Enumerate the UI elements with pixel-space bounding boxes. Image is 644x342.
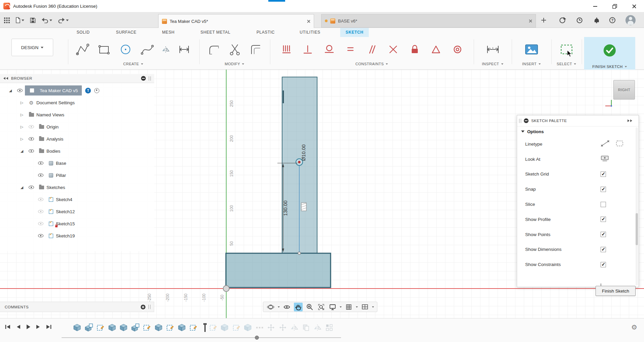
rectangle-icon[interactable] — [97, 42, 111, 56]
view-cube[interactable]: RIGHT — [613, 80, 635, 100]
zoom-icon[interactable] — [305, 303, 314, 311]
snap-checkbox[interactable] — [601, 187, 606, 192]
visibility-eye-icon[interactable] — [36, 174, 46, 177]
timeline-feature-pattern[interactable] — [325, 323, 333, 332]
document-tab-base[interactable]: BASE v6* — [321, 14, 536, 28]
browser-row-sketch19[interactable]: Sketch19 — [0, 230, 154, 242]
concentric-icon[interactable] — [452, 44, 463, 55]
fillet-icon[interactable] — [207, 42, 221, 56]
trim-icon[interactable] — [228, 42, 242, 56]
browser-row-sketch15[interactable]: Sketch15 — [0, 218, 154, 230]
expander-open-icon[interactable]: ◢ — [18, 185, 26, 190]
circle-icon[interactable] — [118, 42, 133, 56]
timeline-feature-extrude[interactable] — [73, 323, 81, 332]
timeline-zoom-track[interactable] — [62, 337, 341, 338]
ribbon-tab-sheet-metal[interactable]: SHEET METAL — [201, 28, 231, 37]
sketch-palette-header[interactable]: SKETCH PALETTE — [517, 115, 639, 126]
visibility-eye-off-icon[interactable] — [36, 198, 46, 201]
mirror-icon[interactable] — [162, 45, 170, 53]
selected-highlight[interactable]: Tea Maker CAD v5 — [25, 85, 82, 96]
timeline-settings-gear-icon[interactable]: ⚙ — [631, 324, 637, 331]
sketch-grid-checkbox[interactable] — [601, 172, 606, 177]
grid-settings-icon[interactable] — [344, 303, 353, 311]
comments-bar[interactable]: COMMENTS — [0, 302, 154, 312]
parallel-icon[interactable] — [366, 44, 378, 55]
browser-row-tea-maker-cad-v5[interactable]: ◢Tea Maker CAD v5T — [0, 84, 154, 97]
group-dropdown-finish-sketch[interactable]: FINISH SKETCH — [584, 64, 635, 70]
ribbon-tab-solid[interactable]: SOLID — [76, 28, 90, 37]
timeline-feature-extrude[interactable] — [155, 323, 163, 332]
timeline-feature-move[interactable] — [279, 323, 287, 332]
ribbon-tab-surface[interactable]: SURFACE — [116, 28, 137, 37]
construction-linetype-icon[interactable] — [601, 140, 610, 148]
timeline-feature-dots[interactable] — [256, 323, 264, 332]
app-grid-icon[interactable] — [4, 17, 10, 23]
expander-open-icon[interactable]: ◢ — [18, 149, 26, 153]
history-button[interactable] — [574, 12, 584, 28]
viewports-icon[interactable] — [361, 303, 369, 311]
insert-image-icon[interactable] — [524, 43, 539, 55]
visibility-eye-off-icon[interactable] — [26, 125, 36, 128]
sketch-endpoint[interactable] — [298, 252, 301, 255]
spline-icon[interactable] — [140, 42, 154, 56]
timeline-playhead[interactable] — [201, 323, 209, 332]
horizontal-vertical-icon[interactable] — [281, 44, 292, 55]
add-comment-icon[interactable] — [141, 305, 145, 309]
activate-component-icon[interactable] — [94, 88, 99, 93]
visibility-eye-off-icon[interactable] — [36, 222, 46, 225]
perpendicular-icon[interactable] — [387, 44, 399, 55]
expander-closed-icon[interactable]: ▷ — [18, 101, 26, 105]
browser-row-bodies[interactable]: ◢Bodies — [0, 145, 154, 157]
notifications-button[interactable] — [591, 12, 602, 28]
caret-down-icon[interactable] — [372, 306, 374, 308]
document-tab-tea-maker[interactable]: Tea Maker CAD v5* — [158, 14, 314, 28]
group-dropdown-insert[interactable]: INSERT — [512, 61, 551, 67]
browser-row-pillar[interactable]: Pillar — [0, 169, 154, 181]
equal-icon[interactable] — [345, 44, 356, 55]
timeline-feature-extrude[interactable] — [108, 323, 116, 332]
tangent-icon[interactable] — [324, 44, 335, 55]
pan-icon[interactable] — [294, 303, 303, 311]
expander-open-icon[interactable]: ◢ — [6, 88, 15, 93]
visibility-eye-icon[interactable] — [26, 149, 36, 153]
visibility-eye-icon[interactable] — [15, 89, 25, 92]
minimize-button[interactable] — [585, 0, 605, 12]
visibility-eye-icon[interactable] — [26, 186, 36, 189]
selected-point[interactable] — [298, 161, 300, 163]
group-dropdown-select[interactable]: SELECT — [552, 61, 581, 67]
timeline-feature-sketch[interactable] — [143, 323, 151, 332]
expander-closed-icon[interactable]: ▷ — [18, 137, 26, 141]
slice-checkbox[interactable] — [601, 202, 606, 207]
play-button[interactable] — [26, 324, 31, 331]
in-context-badge[interactable]: T — [85, 88, 91, 93]
show-constraints-checkbox[interactable] — [601, 262, 606, 267]
step-forward-button[interactable] — [36, 324, 41, 331]
selection-box-icon[interactable] — [560, 44, 573, 55]
undo-button[interactable] — [41, 17, 52, 23]
expander-closed-icon[interactable]: ▷ — [18, 125, 26, 129]
timeline-feature-combo[interactable] — [85, 323, 93, 332]
visibility-eye-off-icon[interactable] — [36, 210, 46, 213]
group-dropdown-create[interactable]: CREATE — [68, 61, 199, 67]
help-button[interactable] — [607, 12, 617, 28]
browser-row-origin[interactable]: ▷Origin — [0, 121, 154, 133]
browser-row-document-settings[interactable]: ▷⚙Document Settings — [0, 97, 154, 109]
group-dropdown-modify[interactable]: MODIFY — [200, 61, 269, 67]
finish-sketch-button[interactable]: Finish Sketch — [596, 286, 636, 296]
skip-end-button[interactable] — [46, 324, 52, 331]
restore-button[interactable] — [605, 0, 624, 12]
fix-icon[interactable] — [409, 44, 420, 55]
timeline-feature-combo[interactable] — [131, 323, 139, 332]
timeline-feature-sketch[interactable] — [209, 323, 217, 332]
caret-down-icon[interactable] — [356, 306, 358, 308]
sync-status-button[interactable] — [557, 12, 567, 28]
close-button[interactable] — [624, 0, 644, 12]
visibility-eye-icon[interactable] — [36, 234, 46, 237]
scrollbar-thumb[interactable] — [636, 213, 638, 245]
design-menu-button[interactable]: DESIGN — [11, 39, 53, 56]
visibility-eye-icon[interactable] — [36, 161, 46, 165]
display-settings-icon[interactable] — [328, 303, 337, 311]
redo-button[interactable] — [58, 17, 69, 23]
timeline-feature-extrude[interactable] — [244, 323, 252, 332]
dim-length-text[interactable]: 130.00 — [282, 200, 288, 216]
